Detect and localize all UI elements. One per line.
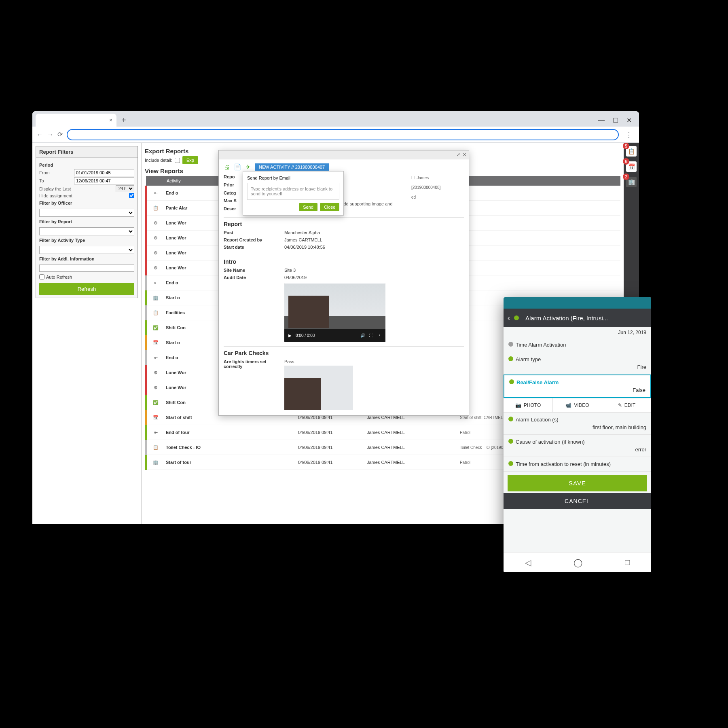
close-icon[interactable]: ✕ [626,116,632,124]
pdf-icon[interactable]: 📄 [234,163,241,171]
intro-section: Intro [224,255,464,265]
dot-icon [509,379,514,384]
row-icon: 📋 [148,307,163,319]
auto-refresh-checkbox[interactable] [39,274,44,279]
video-button[interactable]: 📹VIDEO [553,398,602,412]
reload-icon[interactable]: ⟳ [57,131,63,138]
activity-select[interactable] [39,246,134,254]
print-icon[interactable]: 🖨 [224,163,230,171]
minimize-icon[interactable]: — [598,116,605,124]
camera-icon: 📷 [515,402,521,408]
period-heading: Period [39,163,134,167]
fullscreen-icon[interactable]: ⛶ [369,333,373,338]
video-icon: 📹 [565,402,571,408]
browser-tab[interactable]: × [36,114,116,127]
status-dot-icon [514,315,519,320]
refresh-button[interactable]: Refresh [39,283,134,295]
send-button[interactable]: Send [299,203,317,211]
field-real-false[interactable]: Real/False Alarm False [504,375,651,398]
row-icon: 📋 [148,441,163,453]
edit-button[interactable]: ✎EDIT [602,398,651,412]
row-icon: 📅 [148,411,163,423]
close-icon[interactable]: × [109,117,112,123]
include-detail-label: Include detail: [145,158,172,163]
hide-assignment-checkbox[interactable] [129,193,134,198]
nav-home-icon[interactable]: ◯ [574,558,582,567]
field-location[interactable]: Alarm Location (s) first floor, main bui… [504,413,651,435]
officer-select[interactable] [39,209,134,217]
nav-back-icon[interactable]: ◁ [525,558,531,567]
photo-thumbnail[interactable] [284,366,353,410]
activity-cell: Toilet Check - IO [164,440,296,455]
row-icon: ⚙ [148,232,163,244]
from-input[interactable] [74,169,134,176]
media-actions: 📷PHOTO 📹VIDEO ✎EDIT [504,398,651,413]
url-input[interactable] [67,129,619,140]
row-icon: ⇤ [148,426,163,438]
phone-statusbar [504,297,651,309]
activity-cell: Start of tour [164,455,296,470]
photo-button[interactable]: 📷PHOTO [504,398,553,412]
from-label: From [39,170,72,175]
phone-date: Jun 12, 2019 [504,327,651,338]
menu-icon[interactable]: ⋮ [377,333,381,338]
back-icon[interactable]: ‹ [508,314,510,322]
field-time[interactable]: Time Alarm Activation [504,338,651,352]
activity-cell: End of tour [164,425,296,440]
alert-badge-3[interactable]: 2🏢 [626,177,637,187]
datetime-cell: 04/06/2019 09:41 [296,455,365,470]
nav-recent-icon[interactable]: □ [625,558,630,567]
menu-icon[interactable]: ⋮ [623,130,635,139]
play-icon[interactable]: ▶ [288,333,292,338]
row-icon: ⇤ [148,277,163,289]
person-cell: James CARTMELL [365,455,458,470]
alert-badge-2[interactable]: 6📅 [626,161,637,172]
field-cause[interactable]: Cause of activation (if known) error [504,435,651,457]
row-icon: ⇤ [148,187,163,199]
filters-title: Report Filters [36,146,138,158]
close-icon[interactable]: ✕ [463,152,466,157]
phone-titlebar: ‹ Alarm Activation (Fire, Intrusi... [504,309,651,327]
by-activity-heading: Filter by Activity Type [39,238,134,243]
by-report-heading: Filter by Report [39,219,134,224]
mobile-device: ‹ Alarm Activation (Fire, Intrusi... Jun… [504,297,651,572]
new-tab-button[interactable]: + [121,116,126,125]
report-section: Report [224,217,464,227]
person-cell: James CARTMELL [365,440,458,455]
browser-tabbar: × + — ☐ ✕ [32,111,639,127]
video-time: 0:00 / 0:03 [296,333,315,338]
field-reset-time[interactable]: Time from activation to reset (in minute… [504,457,651,472]
row-icon: 🏢 [148,456,163,468]
row-icon: ⚙ [148,366,163,379]
alert-badge-1[interactable]: 5📋 [626,146,637,157]
by-addl-heading: Filter by Addl. Information [39,256,134,261]
row-icon: ⚙ [148,247,163,259]
maximize-icon[interactable]: ☐ [613,116,618,124]
row-icon: ⚙ [148,262,163,274]
dot-icon [508,356,513,361]
popover-title: Send Report by Email [247,176,339,180]
volume-icon[interactable]: 🔊 [360,333,365,338]
row-icon: 📋 [148,202,163,214]
recipient-input[interactable]: Type recipient's address or leave blank … [247,183,339,200]
row-icon: ⇤ [148,351,163,364]
expand-icon[interactable]: ⤢ [457,152,460,157]
addl-input[interactable] [39,265,134,272]
email-popover: Send Report by Email Type recipient's ad… [243,171,344,216]
display-last-select[interactable]: 24 h [116,185,134,192]
person-cell: James CARTMELL [365,425,458,440]
save-button[interactable]: SAVE [508,475,647,491]
cancel-button[interactable]: CANCEL [504,493,651,509]
report-select[interactable] [39,227,134,235]
field-alarm-type[interactable]: Alarm type Fire [504,352,651,375]
send-icon[interactable]: ✈ [245,163,251,171]
forward-icon[interactable]: → [47,131,53,138]
back-icon[interactable]: ← [36,131,43,138]
include-detail-checkbox[interactable] [175,158,180,163]
row-icon: ⚙ [148,381,163,394]
export-button[interactable]: Exp [182,156,198,164]
video-player[interactable]: ▶ 0:00 / 0:03 🔊 ⛶ ⋮ [284,284,385,342]
to-input[interactable] [74,177,134,184]
dot-icon [508,342,513,347]
close-button[interactable]: Close [320,203,339,211]
